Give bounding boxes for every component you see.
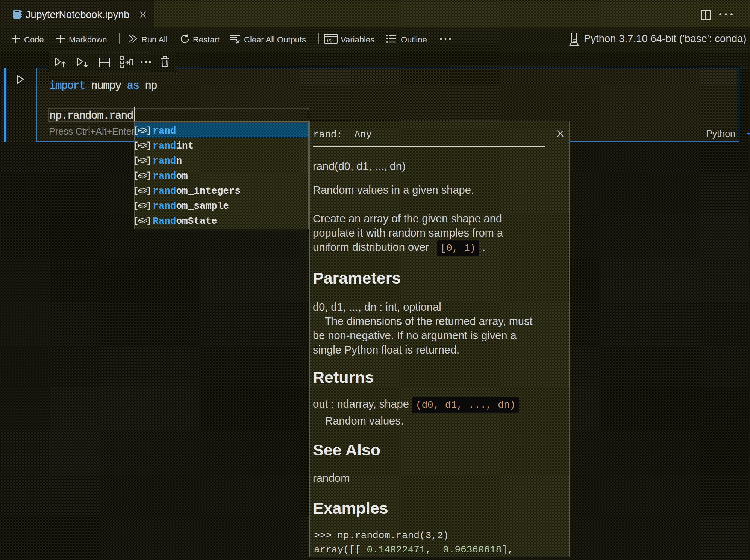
svg-text:(x): (x) xyxy=(327,37,332,43)
